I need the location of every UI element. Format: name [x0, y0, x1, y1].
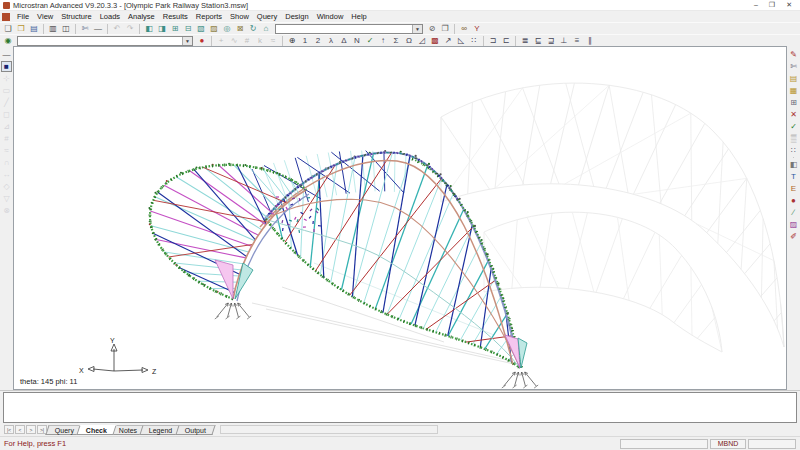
check-model-button[interactable]: ✓ [788, 121, 799, 132]
load-case-combo[interactable]: ▼ [17, 36, 193, 46]
redo-button[interactable]: ↷ [124, 23, 136, 34]
view-rotate-button[interactable]: ↻ [247, 23, 259, 34]
line-thickness-button[interactable]: — [92, 23, 104, 34]
view-top-button[interactable]: ⊞ [169, 23, 181, 34]
output-hscrollbar[interactable] [220, 425, 438, 434]
text-t-button[interactable]: T [788, 171, 799, 182]
select-pointer-button[interactable]: — [1, 49, 12, 60]
releases-button[interactable]: ✓ [364, 35, 376, 46]
undo-button[interactable]: ↶ [111, 23, 123, 34]
shrink-button[interactable]: ◺ [455, 35, 467, 46]
slash-button[interactable]: ∕ [788, 207, 799, 218]
tab-output[interactable]: Output [175, 425, 215, 435]
query-tool-button[interactable]: Y [471, 23, 483, 34]
find-button[interactable]: ∞ [458, 23, 470, 34]
result-point-button[interactable]: ● [196, 35, 208, 46]
toggle-plus-button[interactable]: + [215, 35, 227, 46]
member-props-button[interactable]: ▦ [788, 85, 799, 96]
menu-structure[interactable]: Structure [57, 12, 95, 21]
restraints-button[interactable]: N [351, 35, 363, 46]
model-canvas[interactable]: Y X Z theta: 145 phi: 11 [13, 46, 787, 390]
delete-element-button[interactable]: ✕ [788, 109, 799, 120]
dropdown-arrow-icon[interactable]: ▼ [182, 37, 192, 45]
view-front-button[interactable]: ◧ [143, 23, 155, 34]
open-button[interactable]: ❒ [15, 23, 27, 34]
print-preview-button[interactable]: ◫ [60, 23, 72, 34]
view-home-button[interactable]: ⌂ [260, 23, 272, 34]
zoom-window-button[interactable]: ◎ [221, 23, 233, 34]
list-button[interactable]: ≣ [519, 35, 531, 46]
global-axes-button[interactable]: ⊕ [286, 35, 298, 46]
menu-loads[interactable]: Loads [96, 12, 124, 21]
toggle-curve-button[interactable]: ∿ [228, 35, 240, 46]
solid-view-button[interactable]: ◧ [788, 159, 799, 170]
draw-triangle-button[interactable]: ⊿ [1, 121, 12, 132]
tab-nav-0[interactable]: |< [4, 425, 14, 434]
menu-file[interactable]: File [13, 12, 33, 21]
toggle-grid-button[interactable]: # [241, 35, 253, 46]
structure-viewport[interactable]: Y X Z [14, 47, 786, 389]
save-button[interactable]: ▤ [28, 23, 40, 34]
tab-nav-2[interactable]: > [26, 425, 36, 434]
arc-button[interactable]: ∩ [1, 157, 12, 168]
move-button[interactable]: ↔ [1, 169, 12, 180]
node-props-button[interactable]: ▤ [788, 73, 799, 84]
new-window-button[interactable]: ❐ [439, 23, 451, 34]
tab-nav-1[interactable]: < [15, 425, 25, 434]
new-button[interactable]: ❑ [2, 23, 14, 34]
dot-button[interactable]: ● [788, 195, 799, 206]
menu-help[interactable]: Help [347, 12, 370, 21]
section-props-button[interactable]: ⊞ [788, 97, 799, 108]
document-icon[interactable] [2, 13, 10, 21]
menu-window[interactable]: Window [313, 12, 348, 21]
draw-node-button[interactable]: ⊹ [1, 73, 12, 84]
menu-results[interactable]: Results [159, 12, 192, 21]
points-button[interactable]: ∷ [788, 145, 799, 156]
dots-button[interactable]: ∷ [468, 35, 480, 46]
pane-right-button[interactable]: ⊏ [500, 35, 512, 46]
perp-button[interactable]: ⊥ [558, 35, 570, 46]
edit-pencil-button[interactable]: ✎ [788, 49, 799, 60]
menu-view[interactable]: View [33, 12, 57, 21]
loads-display-button[interactable]: ↗ [442, 35, 454, 46]
local-axes-button[interactable]: ↑ [377, 35, 389, 46]
delete-button[interactable]: ⊗ [1, 205, 12, 216]
section-names-button[interactable]: Σ [390, 35, 402, 46]
text-e-button[interactable]: E [788, 183, 799, 194]
scale-button[interactable]: ✄ [79, 23, 91, 34]
rows-button[interactable]: ≡ [571, 35, 583, 46]
draw-member-button[interactable]: ▭ [1, 85, 12, 96]
draw-line-button[interactable]: ╱ [1, 97, 12, 108]
pen-button[interactable]: ✐ [788, 231, 799, 242]
grid-button[interactable]: # [1, 133, 12, 144]
mirror-button[interactable]: ▽ [1, 193, 12, 204]
draw-plate-button[interactable]: ◻ [1, 109, 12, 120]
rendering-button[interactable]: ▩ [429, 35, 441, 46]
select-area-button[interactable]: ■ [1, 61, 12, 72]
menu-design[interactable]: Design [281, 12, 312, 21]
toggle-k-button[interactable]: k [254, 35, 266, 46]
materials-button[interactable]: Ω [403, 35, 415, 46]
view-bottom-button[interactable]: ⊟ [182, 23, 194, 34]
node-symbols-button[interactable]: λ [325, 35, 337, 46]
hatch-button[interactable]: ▒ [788, 133, 799, 144]
copy-button[interactable]: ◇ [1, 181, 12, 192]
close-button[interactable]: ✕ [786, 1, 792, 9]
maximize-button[interactable]: ❐ [769, 1, 775, 9]
menu-query[interactable]: Query [253, 12, 281, 21]
cols-button[interactable]: ∥ [584, 35, 596, 46]
view-select-combo[interactable]: ▼ [275, 24, 423, 34]
member-numbers-button[interactable]: 2 [312, 35, 324, 46]
view-back-button[interactable]: ◨ [156, 23, 168, 34]
print-button[interactable]: ▥ [47, 23, 59, 34]
fill-button[interactable]: ▨ [788, 219, 799, 230]
snap-button[interactable]: ≈ [1, 145, 12, 156]
menu-reports[interactable]: Reports [192, 12, 226, 21]
pane-left-button[interactable]: ⊐ [487, 35, 499, 46]
dropdown-arrow-icon[interactable]: ▼ [412, 25, 422, 33]
toggle-wave-button[interactable]: ≈ [267, 35, 279, 46]
menu-show[interactable]: Show [226, 12, 253, 21]
view-iso-button[interactable]: ▧ [195, 23, 207, 34]
subset-b-button[interactable]: ⊒ [545, 35, 557, 46]
menu-analyse[interactable]: Analyse [124, 12, 159, 21]
